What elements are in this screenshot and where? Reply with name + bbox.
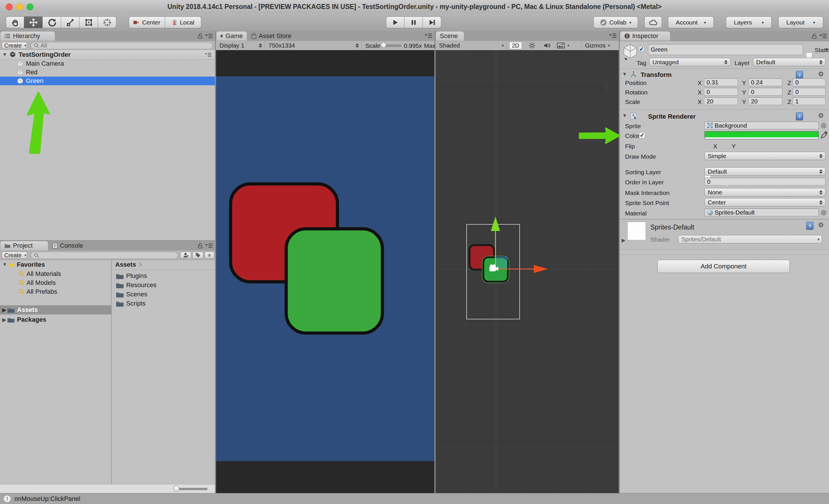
assets-root-selected[interactable]: ▶ Assets bbox=[0, 305, 111, 315]
status-bar[interactable]: ! onMouseUp:ClickPanel bbox=[0, 493, 829, 504]
active-checkbox[interactable] bbox=[638, 46, 645, 52]
gizmos-popup[interactable]: Gizmos▾ bbox=[581, 41, 612, 50]
color-swatch[interactable] bbox=[705, 131, 819, 139]
panel-menu-icon[interactable] bbox=[205, 33, 213, 39]
packages-root[interactable]: ▶ Packages bbox=[0, 315, 215, 324]
material-picker-icon[interactable]: ◎ bbox=[821, 209, 826, 216]
sprite-renderer-presets-icon[interactable] bbox=[604, 139, 611, 145]
maximize-on-play-button[interactable]: Max bbox=[424, 42, 435, 49]
scene-lighting-button[interactable] bbox=[526, 42, 539, 49]
lock-icon[interactable] bbox=[812, 33, 817, 39]
tab-scene[interactable]: Scene bbox=[435, 31, 464, 41]
sprite-renderer-gear-icon[interactable]: ⚙ bbox=[818, 112, 824, 119]
move-tool-button[interactable] bbox=[24, 16, 43, 28]
transform-presets-icon[interactable] bbox=[604, 84, 611, 91]
favorites-filter-button[interactable]: ★ bbox=[205, 252, 214, 259]
folder-item-resources[interactable]: Resources bbox=[112, 281, 215, 290]
object-name-field[interactable]: Green bbox=[648, 44, 803, 55]
move-gizmo-xy-handle[interactable] bbox=[496, 257, 507, 269]
toggle-2d-button[interactable]: 2D bbox=[509, 42, 522, 49]
tab-project[interactable]: Project bbox=[0, 241, 48, 250]
pivot-center-button[interactable]: Center bbox=[129, 16, 165, 28]
rotate-tool-button[interactable] bbox=[43, 16, 61, 28]
static-dropdown-arrow[interactable]: ▼ bbox=[825, 47, 829, 51]
search-by-type-button[interactable] bbox=[180, 252, 191, 259]
hierarchy-item-green-selected[interactable]: Green bbox=[0, 77, 215, 85]
tab-console[interactable]: Console bbox=[48, 241, 98, 250]
scene-menu-icon[interactable] bbox=[205, 52, 212, 57]
collab-dropdown[interactable]: Collab▾ bbox=[593, 16, 638, 28]
order-in-layer-field[interactable]: 0 bbox=[705, 178, 826, 185]
rotation-y-field[interactable]: 0 bbox=[748, 88, 782, 96]
panel-menu-icon[interactable] bbox=[819, 33, 827, 39]
sprite-object-field[interactable]: Background bbox=[705, 121, 819, 129]
scene-audio-button[interactable] bbox=[540, 42, 554, 49]
position-y-field[interactable]: 0.24 bbox=[748, 78, 782, 86]
layers-dropdown[interactable]: Layers▾ bbox=[726, 16, 772, 28]
search-by-label-button[interactable] bbox=[192, 252, 203, 259]
project-create-button[interactable]: Create▾ bbox=[2, 252, 27, 259]
lock-icon[interactable] bbox=[198, 243, 203, 249]
scene-expander-icon[interactable]: ▼ bbox=[2, 52, 7, 58]
resolution-popup[interactable]: 750x1334 bbox=[265, 41, 362, 50]
panel-menu-icon[interactable] bbox=[609, 33, 616, 38]
breadcrumb-assets[interactable]: Assets bbox=[115, 261, 136, 268]
scale-tool-button[interactable] bbox=[61, 16, 79, 28]
assets-expander-icon[interactable]: ▶ bbox=[2, 307, 6, 313]
play-button[interactable] bbox=[386, 16, 404, 28]
hierarchy-item-red[interactable]: Red bbox=[0, 68, 215, 77]
position-z-field[interactable]: 0 bbox=[793, 78, 826, 86]
sprite-sort-point-popup[interactable]: Center bbox=[705, 198, 826, 207]
scale-x-field[interactable]: 20 bbox=[704, 97, 738, 105]
folder-item-scripts[interactable]: Scripts bbox=[112, 299, 215, 308]
thumbnail-size-slider[interactable] bbox=[176, 488, 207, 490]
hand-tool-button[interactable] bbox=[6, 16, 24, 28]
game-scale-slider-knob[interactable] bbox=[381, 42, 386, 48]
transform-gear-icon[interactable]: ⚙ bbox=[818, 71, 824, 77]
step-button[interactable] bbox=[423, 16, 441, 28]
material-preview-expander-icon[interactable]: ▶ bbox=[622, 237, 625, 243]
add-component-button[interactable]: Add Component bbox=[657, 260, 790, 273]
scale-z-field[interactable]: 1 bbox=[793, 97, 826, 105]
sprite-renderer-expander-icon[interactable]: ▼ bbox=[622, 113, 627, 119]
transform-expander-icon[interactable]: ▼ bbox=[622, 71, 627, 77]
lock-icon[interactable] bbox=[198, 33, 203, 39]
layer-popup[interactable]: Default bbox=[753, 58, 826, 66]
scene-effects-button[interactable]: ▾ bbox=[555, 42, 571, 49]
panel-menu-icon[interactable] bbox=[425, 33, 432, 38]
tab-game[interactable]: Game bbox=[216, 31, 247, 41]
transform-tool-button[interactable] bbox=[98, 16, 116, 28]
material-preview-thumbnail[interactable] bbox=[627, 222, 646, 240]
position-x-field[interactable]: 0.31 bbox=[704, 78, 738, 86]
transform-help-icon[interactable]: ? bbox=[796, 71, 803, 79]
favorites-expander-icon[interactable]: ▼ bbox=[2, 262, 7, 267]
folder-item-plugins[interactable]: Plugins bbox=[112, 271, 215, 281]
rect-tool-button[interactable] bbox=[79, 16, 98, 28]
scene-header-row[interactable]: ▼ TestSortingOrder bbox=[0, 50, 215, 60]
sprite-picker-icon[interactable]: ◎ bbox=[821, 121, 826, 129]
rotation-z-field[interactable]: 0 bbox=[793, 88, 826, 96]
material-help-icon[interactable]: ? bbox=[806, 222, 814, 230]
pivot-local-button[interactable]: Local bbox=[165, 16, 201, 28]
shader-popup[interactable]: Sprites/Default▾ bbox=[678, 235, 822, 243]
draw-mode-popup[interactable]: Simple bbox=[705, 152, 826, 160]
tab-inspector[interactable]: Inspector bbox=[620, 31, 671, 41]
sprite-renderer-help-icon[interactable]: ? bbox=[796, 112, 803, 120]
rotation-x-field[interactable]: 0 bbox=[704, 88, 738, 96]
mask-interaction-popup[interactable]: None bbox=[705, 188, 826, 196]
scale-y-field[interactable]: 20 bbox=[748, 97, 782, 105]
shading-mode-popup[interactable]: Shaded▾ bbox=[435, 41, 506, 50]
panel-menu-icon[interactable] bbox=[205, 243, 213, 248]
folder-item-scenes[interactable]: Scenes bbox=[112, 290, 215, 299]
gameobject-big-cube-icon[interactable] bbox=[623, 44, 638, 61]
sorting-layer-popup[interactable]: Default bbox=[705, 167, 826, 176]
scene-viewport[interactable] bbox=[435, 50, 619, 493]
hierarchy-create-button[interactable]: Create▾ bbox=[2, 42, 27, 49]
eyedropper-icon[interactable] bbox=[820, 131, 828, 139]
tag-popup[interactable]: Untagged bbox=[649, 58, 730, 66]
cloud-button[interactable] bbox=[644, 16, 662, 28]
tab-hierarchy[interactable]: Hierarchy bbox=[0, 31, 55, 41]
display-popup[interactable]: Display 1 bbox=[216, 41, 265, 50]
project-search-input[interactable] bbox=[31, 252, 178, 259]
material-gear-icon[interactable]: ⚙ bbox=[818, 222, 824, 228]
